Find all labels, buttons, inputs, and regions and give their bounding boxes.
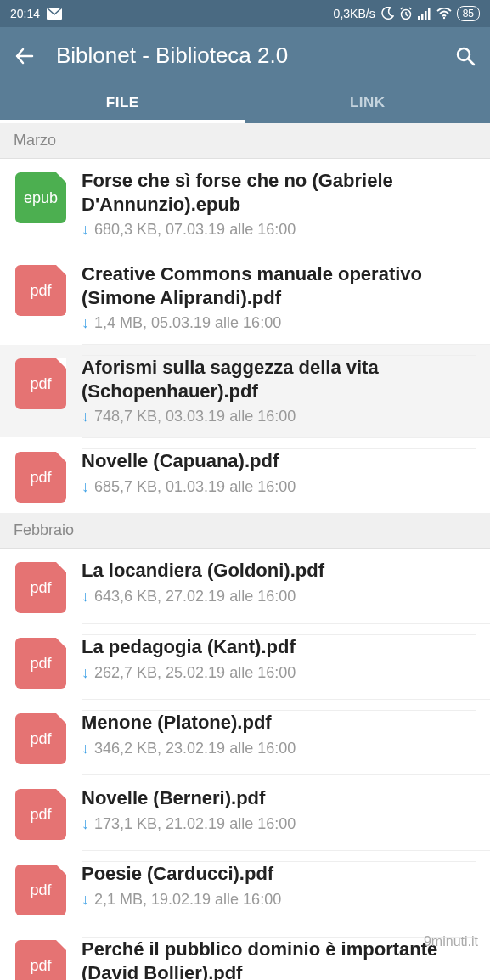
tab-link[interactable]: LINK xyxy=(245,81,491,123)
download-icon: ↓ xyxy=(82,664,89,682)
search-button[interactable] xyxy=(454,45,476,67)
status-time: 20:14 xyxy=(10,7,40,20)
pdf-file-icon: pdf xyxy=(15,940,66,980)
tab-file[interactable]: FILE xyxy=(0,81,245,123)
download-icon: ↓ xyxy=(82,815,89,833)
file-row[interactable]: pdfNovelle (Berneri).pdf↓173,1 KB, 21.02… xyxy=(0,775,490,850)
moon-icon xyxy=(380,7,394,20)
download-icon: ↓ xyxy=(82,740,89,758)
pdf-file-icon: pdf xyxy=(15,713,66,764)
file-title: Creative Commons manuale operativo (Simo… xyxy=(82,262,476,309)
svg-rect-4 xyxy=(425,11,427,20)
pdf-file-icon: pdf xyxy=(15,452,66,503)
epub-file-icon: epub xyxy=(15,172,66,223)
file-title: Menone (Platone).pdf xyxy=(82,711,476,735)
signal-icon xyxy=(418,8,431,20)
wifi-icon xyxy=(436,8,452,20)
file-meta: ↓346,2 KB, 23.02.19 alle 16:00 xyxy=(82,740,476,758)
download-icon: ↓ xyxy=(82,221,89,239)
net-speed: 0,3KB/s xyxy=(334,7,375,20)
pdf-file-icon: pdf xyxy=(15,865,66,915)
file-title: Forse che sì forse che no (Gabriele D'An… xyxy=(82,169,476,216)
pdf-file-icon: pdf xyxy=(15,265,66,316)
download-icon: ↓ xyxy=(82,588,89,605)
file-meta: ↓262,7 KB, 25.02.19 alle 16:00 xyxy=(82,664,476,682)
file-meta: ↓685,7 KB, 01.03.19 alle 16:00 xyxy=(82,478,476,496)
pdf-file-icon: pdf xyxy=(15,789,66,840)
status-bar: 20:14 0,3KB/s 85 xyxy=(0,0,490,27)
file-row[interactable]: pdfLa locandiera (Goldoni).pdf↓643,6 KB,… xyxy=(0,549,490,623)
file-title: La locandiera (Goldoni).pdf xyxy=(82,559,476,583)
svg-rect-2 xyxy=(418,16,420,20)
file-meta: ↓173,1 KB, 21.02.19 alle 16:00 xyxy=(82,815,476,833)
svg-rect-5 xyxy=(428,8,431,20)
file-row[interactable]: pdfPoesie (Carducci).pdf↓2,1 MB, 19.02.1… xyxy=(0,851,490,926)
file-row[interactable]: pdfLa pedagogia (Kant).pdf↓262,7 KB, 25.… xyxy=(0,624,490,699)
file-title: Poesie (Carducci).pdf xyxy=(82,862,476,886)
file-meta: ↓748,7 KB, 03.03.19 alle 16:00 xyxy=(82,408,476,425)
file-row[interactable]: pdfAforismi sulla saggezza della vita (S… xyxy=(0,345,490,437)
svg-point-6 xyxy=(442,17,444,19)
file-meta: ↓680,3 KB, 07.03.19 alle 16:00 xyxy=(82,221,476,239)
download-icon: ↓ xyxy=(82,408,89,425)
svg-rect-3 xyxy=(421,14,424,20)
file-list-container[interactable]: MarzoepubForse che sì forse che no (Gabr… xyxy=(0,123,490,980)
alarm-icon xyxy=(399,7,413,20)
file-row[interactable]: pdfCreative Commons manuale operativo (S… xyxy=(0,251,490,344)
file-title: Perché il pubblico dominio è importante … xyxy=(82,938,476,980)
tabs: FILE LINK xyxy=(0,81,490,123)
download-icon: ↓ xyxy=(82,314,89,332)
download-icon: ↓ xyxy=(82,478,89,496)
pdf-file-icon: pdf xyxy=(15,562,66,613)
file-title: Novelle (Berneri).pdf xyxy=(82,786,476,810)
file-row[interactable]: pdfPerché il pubblico dominio è importan… xyxy=(0,926,490,980)
file-meta: ↓1,4 MB, 05.03.19 alle 16:00 xyxy=(82,314,476,332)
watermark: 9minuti.it xyxy=(424,934,478,949)
download-icon: ↓ xyxy=(82,891,89,909)
app-bar: Biblonet - Biblioteca 2.0 xyxy=(0,27,490,81)
file-title: Aforismi sulla saggezza della vita (Scho… xyxy=(82,356,476,403)
battery-indicator: 85 xyxy=(457,6,480,21)
section-header: Febbraio xyxy=(0,513,490,549)
file-title: La pedagogia (Kant).pdf xyxy=(82,635,476,659)
back-button[interactable] xyxy=(14,45,36,67)
mail-icon xyxy=(47,8,62,20)
pdf-file-icon: pdf xyxy=(15,638,66,689)
file-row[interactable]: pdfNovelle (Capuana).pdf↓685,7 KB, 01.03… xyxy=(0,438,490,513)
file-meta: ↓643,6 KB, 27.02.19 alle 16:00 xyxy=(82,588,476,605)
file-meta: ↓2,1 MB, 19.02.19 alle 16:00 xyxy=(82,891,476,909)
file-title: Novelle (Capuana).pdf xyxy=(82,449,476,473)
section-header: Marzo xyxy=(0,123,490,159)
page-title: Biblonet - Biblioteca 2.0 xyxy=(56,42,434,69)
pdf-file-icon: pdf xyxy=(15,358,66,409)
file-row[interactable]: epubForse che sì forse che no (Gabriele … xyxy=(0,159,490,251)
file-row[interactable]: pdfMenone (Platone).pdf↓346,2 KB, 23.02.… xyxy=(0,700,490,774)
